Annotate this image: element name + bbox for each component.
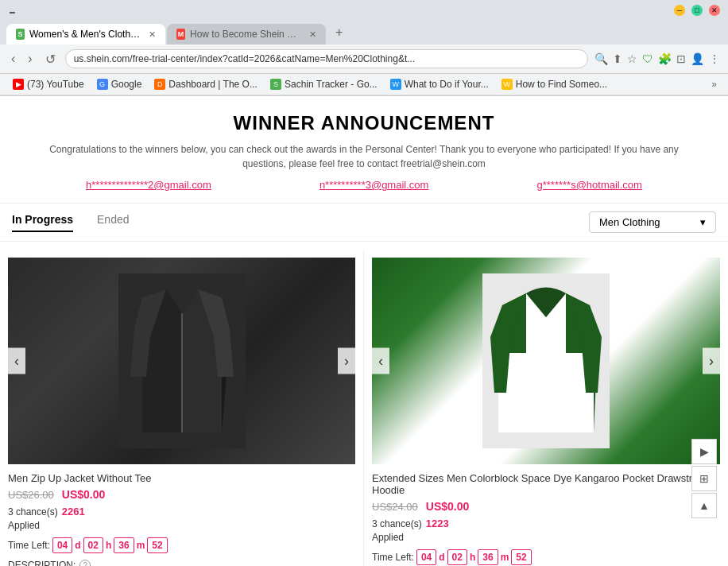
jacket-svg <box>118 273 246 448</box>
product1-timer: Time Left: 04 d 02 h 36 m 52 <box>8 537 355 553</box>
product2-timer-label: Time Left: <box>372 552 414 563</box>
bookmark-what[interactable]: W What to Do if Your... <box>385 77 494 91</box>
float-buttons: ▶ ⊞ ▲ <box>691 439 717 518</box>
address-icons: 🔍 ⬆ ☆ 🛡 🧩 ⊡ 👤 ⋮ <box>594 52 720 65</box>
winner-emails: h**************2@gmail.com n**********3@… <box>32 179 696 191</box>
product2-timer: Time Left: 04 d 02 h 36 m 52 <box>372 549 720 565</box>
tab-1[interactable]: S Women's & Men's Clothing, Sho... ✕ <box>6 24 165 45</box>
product1-applied-label: Applied <box>8 520 355 531</box>
product1-description-row: DESCRIPTION: ? <box>8 560 355 566</box>
product-tabs: In Progress Ended <box>12 213 589 232</box>
bookmark-dashboard-label: Dashboard | The O... <box>168 79 258 90</box>
address-input[interactable] <box>65 49 588 68</box>
bookmarks-more-btn[interactable]: » <box>708 77 720 91</box>
product1-image <box>8 258 355 464</box>
product1-chances-row: 3 chance(s) 2261 <box>8 506 355 518</box>
tabs-filter-bar: In Progress Ended Men Clothing ▾ <box>0 204 728 242</box>
winner-email-1[interactable]: h**************2@gmail.com <box>86 179 211 191</box>
product2-timer-m: 36 <box>478 549 498 565</box>
product1-price-free: US$0.00 <box>62 488 105 501</box>
minimize-btn[interactable]: ─ <box>674 5 685 16</box>
new-tab-btn[interactable]: + <box>327 21 350 45</box>
tab-2[interactable]: M How to Become Shein Free Trial... ✕ <box>167 24 326 45</box>
bookmark-how-label: How to Find Someo... <box>516 79 607 90</box>
maximize-btn[interactable]: □ <box>691 5 703 16</box>
window-buttons: ─ □ ✕ <box>674 5 720 16</box>
page-content: WINNER ANNOUNCEMENT Congratulations to t… <box>0 96 728 566</box>
profile-icon[interactable]: 👤 <box>691 52 704 65</box>
chevron-down-icon: ▾ <box>700 216 706 228</box>
product2-price-free: US$0.00 <box>426 500 469 513</box>
bookmark-sachin-label: Sachin Tracker - Go... <box>285 79 378 90</box>
product2-applied-label: Applied <box>372 532 720 543</box>
product1-m-label: m <box>137 540 145 551</box>
product1-d-label: d <box>75 540 80 551</box>
window-icon: 🗕 <box>8 6 17 15</box>
product1-title: Men Zip Up Jacket Without Tee <box>8 472 355 484</box>
bookmark-youtube[interactable]: ▶ (73) YouTube <box>8 77 89 91</box>
close-btn[interactable]: ✕ <box>709 5 720 16</box>
product1-timer-label: Time Left: <box>8 540 50 551</box>
sidebar-icon[interactable]: ⊡ <box>676 52 686 65</box>
tab1-title: Women's & Men's Clothing, Sho... <box>29 29 141 40</box>
reload-btn[interactable]: ↺ <box>42 50 59 68</box>
winner-email-3[interactable]: g*******s@hotmail.com <box>536 179 641 191</box>
category-filter-dropdown[interactable]: Men Clothing ▾ <box>589 211 716 233</box>
share-icon: ⬆ <box>613 52 622 65</box>
menu-icon[interactable]: ⋮ <box>709 52 720 65</box>
tab-bar: S Women's & Men's Clothing, Sho... ✕ M H… <box>0 21 728 45</box>
product2-price-original: US$24.00 <box>372 501 418 513</box>
star-icon[interactable]: ☆ <box>627 52 637 65</box>
product2-image <box>372 258 720 464</box>
bookmark-what-label: What to Do if Your... <box>405 79 489 90</box>
product2-timer-s: 52 <box>511 549 531 565</box>
product2-title: Extended Sizes Men Colorblock Space Dye … <box>372 472 720 496</box>
product2-applied-num: 1223 <box>426 518 449 529</box>
product2-d-label: d <box>439 552 444 563</box>
product2-m-label: m <box>501 552 509 563</box>
bookmark-how[interactable]: W How to Find Someo... <box>497 77 612 91</box>
product1-next-btn[interactable]: › <box>338 348 355 374</box>
product-card-2: ‹ <box>364 250 728 566</box>
product2-timer-d: 04 <box>416 549 436 565</box>
sachin-favicon: S <box>270 79 281 90</box>
window-controls-left: 🗕 <box>8 6 17 15</box>
bookmarks-bar: ▶ (73) YouTube G Google D Dashboard | Th… <box>0 74 728 95</box>
product2-chances-row: 3 chance(s) 1223 <box>372 518 720 529</box>
winner-title: WINNER ANNOUNCEMENT <box>32 112 696 134</box>
tab-in-progress[interactable]: In Progress <box>12 213 73 232</box>
filter-label: Men Clothing <box>599 216 660 228</box>
product1-info-icon[interactable]: ? <box>79 560 91 566</box>
float-play-btn[interactable]: ▶ <box>691 439 717 464</box>
what-favicon: W <box>390 79 401 90</box>
google-favicon: G <box>97 79 108 90</box>
bookmark-google-label: Google <box>111 79 142 90</box>
tab-ended[interactable]: Ended <box>97 213 129 232</box>
forward-btn[interactable]: › <box>25 50 35 68</box>
bookmark-sachin[interactable]: S Sachin Tracker - Go... <box>265 77 382 91</box>
product1-price-original: US$26.00 <box>8 489 54 501</box>
browser-chrome: 🗕 ─ □ ✕ S Women's & Men's Clothing, Sho.… <box>0 0 728 96</box>
bookmark-google[interactable]: G Google <box>92 77 147 91</box>
winner-email-2[interactable]: n**********3@gmail.com <box>319 179 428 191</box>
product1-h-label: h <box>106 540 111 551</box>
product1-image-container: ‹ › <box>8 258 355 464</box>
product1-prev-btn[interactable]: ‹ <box>8 348 25 374</box>
product1-timer-d: 04 <box>52 537 72 553</box>
dashboard-favicon: D <box>154 79 165 90</box>
bookmark-dashboard[interactable]: D Dashboard | The O... <box>149 77 262 91</box>
tab1-close[interactable]: ✕ <box>149 29 156 40</box>
how-favicon: W <box>501 79 513 90</box>
float-copy-btn[interactable]: ⊞ <box>691 466 717 491</box>
tab2-close[interactable]: ✕ <box>309 29 316 40</box>
youtube-favicon: ▶ <box>13 79 24 90</box>
back-btn[interactable]: ‹ <box>8 50 18 68</box>
product1-chances-label: 3 chance(s) <box>8 506 58 518</box>
product2-prev-btn[interactable]: ‹ <box>372 348 389 374</box>
float-scroll-top-btn[interactable]: ▲ <box>691 493 717 518</box>
product2-next-btn[interactable]: › <box>703 348 720 374</box>
product2-timer-h: 02 <box>447 549 467 565</box>
product1-timer-s: 52 <box>147 537 167 553</box>
product1-price-row: US$26.00 US$0.00 <box>8 488 355 501</box>
hoodie-svg <box>482 273 610 448</box>
